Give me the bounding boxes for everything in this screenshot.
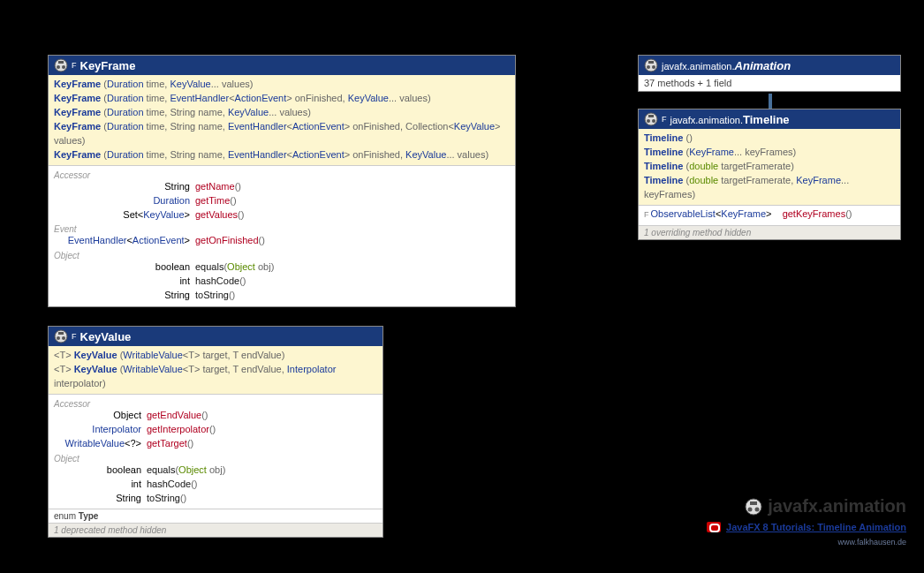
enum-row: enum Type — [49, 509, 382, 523]
package-name: javafx.animation. — [670, 115, 744, 125]
footer: javafx.animation JavaFX 8 Tutorials: Tim… — [707, 496, 906, 547]
tutorial-link[interactable]: JavaFX 8 Tutorials: Timeline Animation — [707, 522, 906, 532]
hidden-note: 1 overriding method hidden — [639, 225, 900, 239]
package-name: javafx.animation. — [662, 61, 735, 72]
members-block: FObservableList<KeyFrame> getKeyFrames (… — [639, 206, 900, 225]
svg-rect-1 — [58, 61, 64, 64]
svg-point-16 — [746, 499, 761, 515]
svg-point-14 — [647, 119, 650, 123]
constructor-block: KeyFrame (Duration time, KeyValue... val… — [49, 75, 515, 166]
section-accessor: Accessor — [54, 396, 377, 409]
package-title-text: javafx.animation — [768, 496, 906, 516]
class-header-animation[interactable]: javafx.animation.Animation — [639, 56, 900, 75]
svg-point-3 — [62, 65, 65, 69]
class-title: KeyFrame — [80, 59, 136, 72]
members-block: Accessor ObjectgetEndValue () Interpolat… — [49, 395, 382, 509]
hidden-note: 1 deprecated method hidden — [49, 523, 382, 537]
class-icon — [54, 329, 68, 343]
svg-point-6 — [57, 336, 60, 340]
svg-point-11 — [652, 65, 655, 69]
package-title: javafx.animation — [707, 496, 906, 516]
class-title: Animation — [735, 59, 791, 72]
svg-rect-13 — [648, 115, 654, 117]
class-title: KeyValue — [80, 330, 132, 343]
svg-rect-9 — [648, 61, 654, 64]
class-icon — [54, 58, 68, 72]
svg-point-15 — [652, 119, 655, 123]
members-block: Accessor StringgetName () DurationgetTim… — [49, 166, 515, 307]
final-badge: F — [662, 115, 667, 124]
tutorial-link-text: JavaFX 8 Tutorials: Timeline Animation — [726, 522, 906, 532]
constructor-block: <T> KeyValue (WritableValue<T> target, T… — [49, 346, 382, 395]
svg-rect-17 — [750, 501, 757, 505]
package-icon — [745, 498, 762, 516]
final-badge: F — [72, 332, 77, 341]
section-accessor: Accessor — [54, 168, 510, 180]
svg-point-2 — [57, 65, 60, 69]
class-summary: 37 methods + 1 field — [639, 75, 900, 91]
oracle-icon — [707, 522, 721, 532]
section-event: Event — [54, 222, 510, 234]
class-title: Timeline — [743, 113, 790, 126]
inheritance-connector — [769, 94, 772, 109]
class-header-timeline: F javafx.animation.Timeline — [639, 109, 900, 129]
class-icon — [644, 112, 658, 126]
class-header-keyvalue: F KeyValue — [49, 327, 382, 346]
section-object: Object — [54, 451, 377, 464]
credit-text: www.falkhausen.de — [707, 538, 906, 547]
final-badge: F — [72, 61, 77, 70]
svg-point-19 — [755, 507, 760, 511]
svg-rect-5 — [58, 332, 64, 335]
class-keyvalue: F KeyValue <T> KeyValue (WritableValue<T… — [48, 326, 383, 538]
svg-point-18 — [748, 507, 753, 511]
class-animation: javafx.animation.Animation 37 methods + … — [638, 55, 901, 92]
section-object: Object — [54, 248, 510, 260]
class-icon — [644, 58, 658, 72]
class-keyframe: F KeyFrame KeyFrame (Duration time, KeyV… — [48, 55, 516, 307]
constructor-block: Timeline () Timeline (KeyFrame... keyFra… — [639, 129, 900, 206]
class-timeline: F javafx.animation.Timeline Timeline () … — [638, 109, 901, 240]
class-header-keyframe: F KeyFrame — [49, 56, 515, 75]
svg-point-7 — [62, 336, 65, 340]
svg-point-10 — [647, 65, 650, 69]
